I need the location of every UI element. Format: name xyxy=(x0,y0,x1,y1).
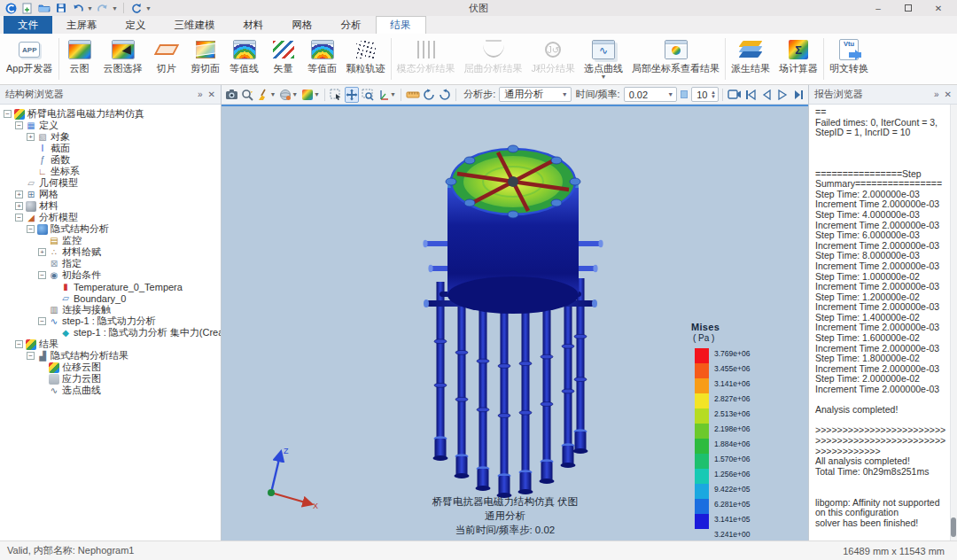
play-button[interactable] xyxy=(774,87,790,103)
refresh-dropdown-icon[interactable]: ▼ xyxy=(145,5,152,12)
tree-item[interactable]: ▮Temperature_0_Tempera xyxy=(4,281,221,292)
new-file-icon[interactable] xyxy=(20,2,35,15)
rotate-ccw-button[interactable] xyxy=(438,87,453,103)
collapse-icon[interactable]: − xyxy=(4,110,12,118)
ribbon-button-选点曲线[interactable]: ∿选点曲线▼ xyxy=(580,35,627,83)
tab-定义[interactable]: 定义 xyxy=(112,16,160,34)
expand-icon[interactable]: + xyxy=(38,248,46,256)
open-file-icon[interactable] xyxy=(37,2,51,15)
ribbon-button-模态分析结果[interactable]: 模态分析结果 xyxy=(393,35,460,83)
tree-item[interactable]: ◆step-1 : 隐式动力分析 集中力(Created) xyxy=(4,327,221,338)
frames-spinner[interactable]: 10▲▼ xyxy=(691,87,719,102)
expand-icon[interactable]: + xyxy=(15,202,23,210)
tab-网格[interactable]: 网格 xyxy=(278,16,327,34)
tree-item[interactable]: +⊞网格 xyxy=(4,189,221,200)
collapse-icon[interactable]: − xyxy=(27,352,35,360)
redo-icon[interactable] xyxy=(96,2,110,15)
expand-icon[interactable]: + xyxy=(15,191,23,198)
tab-分析[interactable]: 分析 xyxy=(327,16,376,34)
tree-item[interactable]: −隐式结构分析 xyxy=(4,223,221,235)
tree-item[interactable]: +材料 xyxy=(4,200,221,212)
record-animation-button[interactable] xyxy=(727,87,743,103)
collapse-icon[interactable]: − xyxy=(15,121,23,129)
tree-item[interactable]: ▤监控 xyxy=(4,235,221,246)
dropdown-caret-icon[interactable]: ▼ xyxy=(601,74,607,80)
analysis-step-select[interactable]: 通用分析▼ xyxy=(499,87,571,102)
tree-item[interactable]: −◉初始条件 xyxy=(4,269,221,281)
ribbon-button-等值面[interactable]: 等值面 xyxy=(303,35,342,83)
expand-icon[interactable]: + xyxy=(27,133,35,141)
save-icon[interactable] xyxy=(54,2,68,15)
clear-button[interactable] xyxy=(256,87,271,103)
ribbon-button-明文转换[interactable]: Vtu明文转换 xyxy=(825,35,873,83)
time-frequency-select[interactable]: 0.02▼ xyxy=(624,87,677,102)
view-orientation-dropdown-icon[interactable]: ▼ xyxy=(390,91,396,97)
maximize-button[interactable] xyxy=(893,1,923,15)
ribbon-button-矢量[interactable]: 矢量 xyxy=(264,35,303,83)
render-style-button[interactable] xyxy=(278,87,293,103)
ribbon-button-云图[interactable]: 云图 xyxy=(60,35,99,83)
report-scrollbar[interactable] xyxy=(950,105,957,541)
ribbon-button-等值线[interactable]: 等值线 xyxy=(225,35,264,83)
select-button[interactable] xyxy=(329,87,344,103)
ribbon-button-剪切面[interactable]: 剪切面 xyxy=(186,35,225,83)
collapse-report-icon[interactable]: » xyxy=(934,89,939,99)
ribbon-button-J积分结果[interactable]: J↺J积分结果 xyxy=(527,35,580,83)
ribbon-button-局部坐标系查看结果[interactable]: 局部坐标系查看结果 xyxy=(627,35,724,83)
tab-结果[interactable]: 结果 xyxy=(376,16,426,34)
measure-button[interactable] xyxy=(405,87,421,103)
rotate-cw-button[interactable] xyxy=(422,87,437,103)
collapse-icon[interactable]: − xyxy=(15,214,23,222)
tab-主屏幕[interactable]: 主屏幕 xyxy=(52,16,112,34)
view-orientation-button[interactable] xyxy=(376,87,391,103)
ribbon-button-切片[interactable]: 切片 xyxy=(147,35,186,83)
tree-item[interactable]: −桥臂电抗器电磁力结构仿真 xyxy=(4,108,221,120)
tree-item[interactable]: −▦定义 xyxy=(4,120,221,131)
undo-icon[interactable] xyxy=(71,2,85,15)
tree-item[interactable]: ƒ函数 xyxy=(4,154,221,166)
ribbon-button-App开发器[interactable]: APPApp开发器 xyxy=(2,35,58,83)
tree-item[interactable]: −▟隐式结构分析结果 xyxy=(4,350,221,362)
render-style-dropdown-icon[interactable]: ▼ xyxy=(292,91,298,97)
tree-item[interactable]: +∴材料给赋 xyxy=(4,246,221,258)
close-report-icon[interactable]: ✕ xyxy=(945,89,952,99)
probe-button[interactable] xyxy=(240,87,255,103)
tree-item[interactable]: ∿选点曲线 xyxy=(4,385,221,396)
zoom-region-button[interactable] xyxy=(360,87,375,103)
tree-item[interactable]: ⊠指定 xyxy=(4,258,221,269)
collapse-icon[interactable]: − xyxy=(27,225,35,233)
dock-panel-button[interactable] xyxy=(790,87,805,103)
tree-item[interactable]: ▱Boundary_0 xyxy=(4,292,221,304)
clear-dropdown-icon[interactable]: ▼ xyxy=(270,91,276,97)
collapse-icon[interactable]: − xyxy=(38,317,46,325)
colormap-dropdown-icon[interactable]: ▼ xyxy=(314,91,320,97)
close-panel-icon[interactable]: ✕ xyxy=(208,89,215,99)
tree-item[interactable]: −◢分析模型 xyxy=(4,212,221,223)
prev-frame-button[interactable] xyxy=(759,87,774,103)
report-scrollbar-thumb[interactable] xyxy=(951,517,956,537)
ribbon-button-颗粒轨迹[interactable]: 颗粒轨迹 xyxy=(342,35,390,83)
ribbon-button-派生结果[interactable]: 派生结果 xyxy=(727,35,774,83)
ribbon-button-云图选择[interactable]: 云图选择 xyxy=(99,35,147,83)
ribbon-button-场计算器[interactable]: Σ场计算器 xyxy=(774,35,822,83)
undo-dropdown-icon[interactable]: ▼ xyxy=(87,5,93,12)
tree-item[interactable]: I截面 xyxy=(4,143,221,154)
collapse-panel-icon[interactable]: » xyxy=(198,89,203,99)
minimize-button[interactable]: – xyxy=(863,1,893,15)
tab-三维建模[interactable]: 三维建模 xyxy=(160,16,230,34)
snapshot-button[interactable] xyxy=(224,87,239,103)
ribbon-button-屈曲分析结果[interactable]: 屈曲分析结果 xyxy=(460,35,527,83)
redo-dropdown-icon[interactable]: ▼ xyxy=(112,5,118,12)
tree-item[interactable]: +▧对象 xyxy=(4,131,221,143)
tree-item[interactable]: ∟坐标系 xyxy=(4,166,221,177)
tree-item[interactable]: 位移云图 xyxy=(4,362,221,373)
tree-item[interactable]: 应力云图 xyxy=(4,373,221,385)
close-button[interactable]: ✕ xyxy=(923,1,953,15)
tree-item[interactable]: ▱几何模型 xyxy=(4,177,221,189)
first-frame-button[interactable] xyxy=(743,87,759,103)
refresh-icon[interactable] xyxy=(129,2,144,15)
tab-文件[interactable]: 文件 xyxy=(4,16,52,34)
colormap-button[interactable] xyxy=(300,87,315,103)
viewport[interactable]: Mises ( Pa ) 3.769e+063.455e+063.141e+06… xyxy=(222,105,808,541)
app-logo-icon[interactable] xyxy=(4,2,18,15)
